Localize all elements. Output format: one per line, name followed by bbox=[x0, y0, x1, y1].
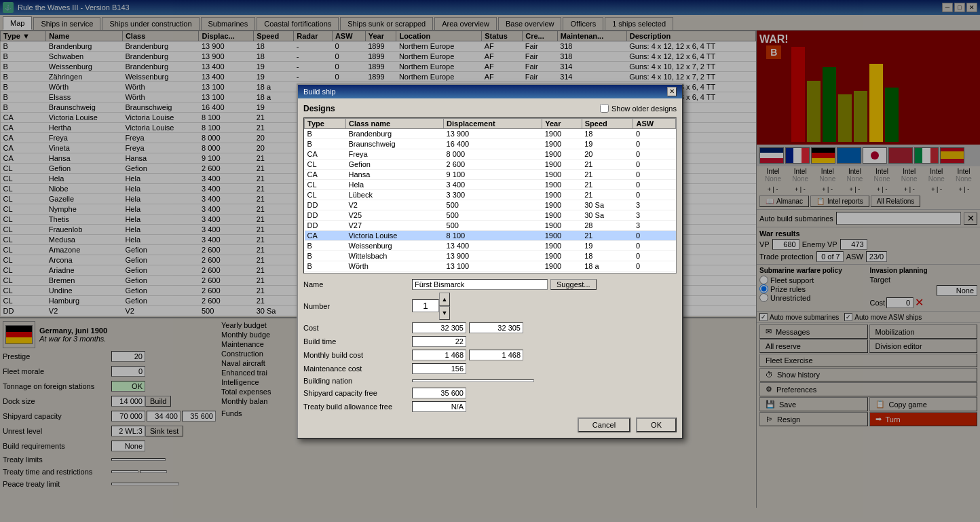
design-cell: 20 bbox=[582, 149, 633, 159]
design-row[interactable]: DDV2500190030 Sa3 bbox=[305, 200, 676, 210]
number-label: Number bbox=[303, 302, 412, 310]
suggest-button[interactable]: Suggest... bbox=[550, 279, 597, 290]
monthly-build-cost-row: Monthly build cost 1 468 1 468 bbox=[303, 350, 677, 360]
designs-col-speed[interactable]: Speed bbox=[582, 118, 633, 128]
design-row[interactable]: BBraunschweig16 4001900190 bbox=[305, 138, 676, 149]
design-cell: CA bbox=[305, 230, 346, 240]
design-cell: 19 bbox=[582, 240, 633, 250]
design-row[interactable]: CLHela3 4001900210 bbox=[305, 179, 676, 189]
shipyard-cap-free-row: Shipyard capacity free 35 600 bbox=[303, 388, 677, 398]
design-row[interactable]: CLGefion2 6001900210 bbox=[305, 159, 676, 169]
designs-label: Designs bbox=[303, 104, 335, 113]
show-older-checkbox[interactable] bbox=[600, 104, 609, 113]
modal-overlay: Build ship ✕ Designs Show older designs … bbox=[0, 0, 980, 522]
designs-table: Type Class name Displacement Year Speed … bbox=[304, 118, 676, 272]
treaty-build-allow-label: Treaty build allowance free bbox=[303, 403, 412, 411]
design-row[interactable]: CLLübeck3 3001900210 bbox=[305, 189, 676, 200]
cost-value1: 32 305 bbox=[412, 322, 466, 333]
build-ship-modal: Build ship ✕ Designs Show older designs … bbox=[297, 83, 683, 439]
design-cell: 21 bbox=[582, 169, 633, 179]
design-cell: Hansa bbox=[346, 169, 444, 179]
design-cell: 30 Sa bbox=[582, 210, 633, 220]
designs-col-class[interactable]: Class name bbox=[346, 118, 444, 128]
spin-down[interactable]: ▼ bbox=[439, 306, 450, 320]
spin-up[interactable]: ▲ bbox=[439, 293, 450, 306]
design-cell: 13 900 bbox=[444, 128, 542, 138]
name-input[interactable] bbox=[412, 279, 548, 290]
design-cell: 0 bbox=[633, 250, 676, 261]
design-cell: V2 bbox=[346, 200, 444, 210]
design-cell: 0 bbox=[633, 230, 676, 240]
form-section: Name Suggest... Number ▲ ▼ Cost bbox=[303, 279, 677, 412]
treaty-build-allow-row: Treaty build allowance free N/A bbox=[303, 401, 677, 412]
design-cell: 0 bbox=[633, 179, 676, 189]
design-cell: 3 bbox=[633, 210, 676, 220]
design-row[interactable]: DDV25500190030 Sa3 bbox=[305, 210, 676, 220]
maintenance-cost-label: Maintenance cost bbox=[303, 365, 412, 373]
design-row[interactable]: CAVictoria Louise8 1001900210 bbox=[305, 230, 676, 240]
ok-button[interactable]: OK bbox=[636, 417, 677, 432]
design-cell: 500 bbox=[444, 200, 542, 210]
monthly-build-cost-value2: 1 468 bbox=[469, 350, 523, 360]
monthly-build-cost-label: Monthly build cost bbox=[303, 351, 412, 359]
design-cell: 21 bbox=[582, 230, 633, 240]
design-cell: Hela bbox=[346, 179, 444, 189]
building-nation-value bbox=[412, 379, 534, 382]
design-cell: DD bbox=[305, 200, 346, 210]
build-time-value: 22 bbox=[412, 336, 466, 347]
design-cell: 3 bbox=[633, 200, 676, 210]
design-cell: Lübeck bbox=[346, 189, 444, 200]
build-time-row: Build time 22 bbox=[303, 336, 677, 347]
design-row[interactable]: BBrandenburg13 9001900180 bbox=[305, 128, 676, 138]
building-nation-row: Building nation bbox=[303, 377, 677, 385]
design-cell: 8 000 bbox=[444, 149, 542, 159]
design-cell: 1900 bbox=[542, 159, 582, 169]
design-cell: 1900 bbox=[542, 240, 582, 250]
number-row: Number ▲ ▼ bbox=[303, 293, 677, 320]
design-cell: 3 400 bbox=[444, 179, 542, 189]
number-input[interactable] bbox=[412, 299, 439, 312]
design-cell: 16 400 bbox=[444, 138, 542, 149]
design-cell: 0 bbox=[633, 159, 676, 169]
designs-col-type[interactable]: Type bbox=[305, 118, 346, 128]
design-cell: B bbox=[305, 128, 346, 138]
design-cell: 21 bbox=[582, 159, 633, 169]
cost-value2: 32 305 bbox=[469, 322, 523, 333]
designs-col-year[interactable]: Year bbox=[542, 118, 582, 128]
design-cell: 1900 bbox=[542, 189, 582, 200]
design-row[interactable]: CAHansa9 1001900210 bbox=[305, 169, 676, 179]
design-cell: 1900 bbox=[542, 220, 582, 230]
design-cell: 21 bbox=[582, 189, 633, 200]
modal-close-button[interactable]: ✕ bbox=[667, 87, 677, 96]
design-cell: 13 400 bbox=[444, 240, 542, 250]
design-cell: 19 bbox=[582, 138, 633, 149]
design-cell: B bbox=[305, 138, 346, 149]
build-time-label: Build time bbox=[303, 337, 412, 346]
cancel-button[interactable]: Cancel bbox=[578, 417, 630, 432]
design-cell: 8 100 bbox=[444, 230, 542, 240]
designs-col-asw[interactable]: ASW bbox=[633, 118, 676, 128]
design-cell: 500 bbox=[444, 210, 542, 220]
design-cell: 1900 bbox=[542, 128, 582, 138]
design-cell: Wörth bbox=[346, 261, 444, 271]
designs-col-displacement[interactable]: Displacement bbox=[444, 118, 542, 128]
building-nation-label: Building nation bbox=[303, 377, 412, 385]
design-cell: 1900 bbox=[542, 138, 582, 149]
design-row[interactable]: BWittelsbach13 9001900180 bbox=[305, 250, 676, 261]
design-cell: 1900 bbox=[542, 210, 582, 220]
design-cell: 1900 bbox=[542, 149, 582, 159]
design-cell: 1900 bbox=[542, 169, 582, 179]
modal-title-bar: Build ship ✕ bbox=[298, 85, 682, 98]
shipyard-cap-free-label: Shipyard capacity free bbox=[303, 389, 412, 397]
design-row[interactable]: CAFreya8 0001900200 bbox=[305, 149, 676, 159]
design-cell: 0 bbox=[633, 138, 676, 149]
show-older-designs[interactable]: Show older designs bbox=[600, 104, 677, 113]
design-row[interactable]: DDV275001900283 bbox=[305, 220, 676, 230]
design-cell: 18 bbox=[582, 128, 633, 138]
design-row[interactable]: BWörth13 100190018 a0 bbox=[305, 261, 676, 271]
design-cell: V25 bbox=[346, 210, 444, 220]
design-cell: Braunschweig bbox=[346, 138, 444, 149]
design-cell: 28 bbox=[582, 220, 633, 230]
design-cell: Brandenburg bbox=[346, 128, 444, 138]
design-row[interactable]: BWeissenburg13 4001900190 bbox=[305, 240, 676, 250]
